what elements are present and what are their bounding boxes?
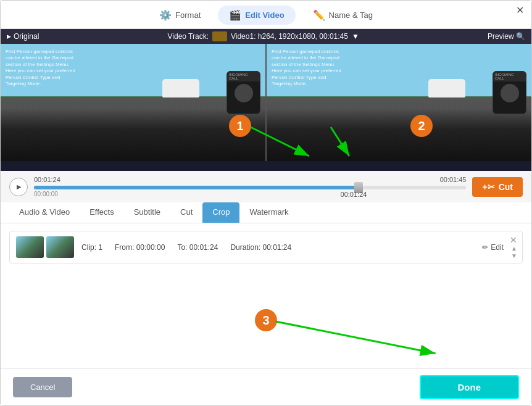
incoming-call-avatar-left bbox=[235, 84, 253, 102]
clip-thumbnails bbox=[16, 236, 74, 258]
clip-thumb-1 bbox=[16, 236, 44, 258]
incoming-call-header-right: INCOMING CALL bbox=[493, 72, 526, 81]
svg-line-5 bbox=[276, 321, 436, 354]
video-header: Original Video Track: Video1: h264, 1920… bbox=[1, 29, 531, 44]
video-track-thumbnail bbox=[212, 31, 227, 41]
time-labels-top: 00:01:24 00:01:45 bbox=[34, 176, 466, 183]
timeline-marker: 00:01:24 bbox=[341, 191, 367, 198]
video-info-text: Video1: h264, 1920x1080, 00:01:45 bbox=[231, 32, 348, 41]
annotation-1: 1 bbox=[229, 115, 251, 137]
video-track-label: Video Track: bbox=[168, 32, 209, 41]
annotation-3: 3 bbox=[255, 309, 277, 331]
sub-tab-cut[interactable]: Cut bbox=[170, 202, 202, 223]
tab-name-tag[interactable]: ✏️ Name & Tag bbox=[302, 6, 384, 25]
timeline-container: 00:01:24 00:01:45 00:01:24 00:00:00 bbox=[34, 176, 466, 197]
timeline-track[interactable]: 00:01:24 bbox=[34, 186, 466, 189]
time-total: 00:01:45 bbox=[440, 176, 467, 183]
clip-arrows: ▲ ▼ bbox=[511, 246, 517, 259]
clip-duration: Duration: 00:01:24 bbox=[230, 243, 291, 252]
tab-format-label: Format bbox=[175, 10, 201, 20]
clip-thumb-2 bbox=[46, 236, 74, 258]
cancel-button[interactable]: Cancel bbox=[13, 377, 72, 397]
annotation-2: 2 bbox=[410, 115, 433, 137]
incoming-call-right: INCOMING CALL bbox=[493, 71, 526, 114]
video-track-dropdown-icon[interactable]: ▼ bbox=[352, 32, 359, 41]
video-frames: First Person gamepad controls can be alt… bbox=[1, 44, 531, 161]
game-text-right: First Person gamepad controls can be alt… bbox=[272, 49, 346, 87]
edit-video-icon: 🎬 bbox=[229, 9, 241, 21]
cut-label: Cut bbox=[499, 182, 513, 192]
clip-edit-label: Edit bbox=[491, 243, 504, 252]
clip-to: To: 00:01:24 bbox=[177, 243, 218, 252]
video-frame-right: First Person gamepad controls can be alt… bbox=[267, 44, 531, 161]
close-button[interactable]: ✕ bbox=[516, 4, 524, 16]
play-icon: ▶ bbox=[17, 183, 22, 190]
video-section: Original Video Track: Video1: h264, 1920… bbox=[1, 29, 531, 171]
car-left bbox=[162, 79, 199, 97]
clip-from: From: 00:00:00 bbox=[115, 243, 165, 252]
sub-tab-subtitle[interactable]: Subtitle bbox=[124, 202, 170, 223]
clip-label: Clip: 1 bbox=[81, 243, 102, 252]
game-scene-left: First Person gamepad controls can be alt… bbox=[1, 44, 265, 161]
moto-dash-left bbox=[1, 109, 265, 162]
time-labels-bottom: 00:00:00 bbox=[34, 191, 466, 197]
content-area: Clip: 1 From: 00:00:00 To: 00:01:24 Dura… bbox=[1, 223, 531, 368]
incoming-call-header-left: INCOMING CALL bbox=[227, 72, 260, 81]
play-button[interactable]: ▶ bbox=[9, 178, 28, 196]
sub-tab-effects[interactable]: Effects bbox=[80, 202, 124, 223]
clip-edit-icon: ✏ bbox=[482, 243, 488, 252]
clip-row: Clip: 1 From: 00:00:00 To: 00:01:24 Dura… bbox=[9, 231, 523, 263]
clip-close-button[interactable]: ✕ bbox=[510, 235, 517, 245]
time-current: 00:01:24 bbox=[34, 176, 60, 183]
clip-arrow-down[interactable]: ▼ bbox=[511, 253, 517, 259]
video-frame-left: First Person gamepad controls can be alt… bbox=[1, 44, 267, 161]
top-tab-bar: ⚙️ Format 🎬 Edit Video ✏️ Name & Tag bbox=[1, 1, 531, 29]
incoming-call-avatar-right bbox=[501, 84, 519, 102]
car-right bbox=[428, 79, 465, 97]
timeline-progress bbox=[34, 186, 362, 189]
moto-dash-right bbox=[267, 109, 531, 162]
original-label: Original bbox=[7, 32, 39, 41]
video-track-info: Video Track: Video1: h264, 1920x1080, 00… bbox=[168, 31, 359, 41]
name-tag-icon: ✏️ bbox=[313, 9, 325, 21]
game-text-left: First Person gamepad controls can be alt… bbox=[6, 49, 80, 87]
sub-tab-watermark[interactable]: Watermark bbox=[239, 202, 298, 223]
bottom-bar: Cancel Done bbox=[1, 368, 531, 405]
clip-info: Clip: 1 From: 00:00:00 To: 00:01:24 Dura… bbox=[81, 243, 482, 252]
tab-format[interactable]: ⚙️ Format bbox=[148, 6, 212, 25]
tab-edit-video[interactable]: 🎬 Edit Video bbox=[218, 6, 295, 25]
tab-edit-video-label: Edit Video bbox=[245, 10, 284, 20]
cut-button[interactable]: +✂ Cut bbox=[472, 177, 523, 197]
tab-name-tag-label: Name & Tag bbox=[329, 10, 373, 20]
main-window: ✕ ⚙️ Format 🎬 Edit Video ✏️ Name & Tag O… bbox=[0, 0, 532, 406]
sub-tab-crop[interactable]: Crop bbox=[202, 202, 239, 223]
preview-label: Preview 🔍 bbox=[488, 32, 525, 41]
clip-arrow-up[interactable]: ▲ bbox=[511, 246, 517, 252]
incoming-call-left: INCOMING CALL bbox=[227, 71, 260, 114]
timeline-section: ▶ 00:01:24 00:01:45 00:01:24 00:00:00 +✂… bbox=[1, 171, 531, 202]
sub-tab-bar: Audio & Video Effects Subtitle Cut Crop … bbox=[1, 202, 531, 223]
cut-icon: +✂ bbox=[482, 182, 494, 192]
game-scene-right: First Person gamepad controls can be alt… bbox=[267, 44, 531, 161]
done-button[interactable]: Done bbox=[420, 375, 520, 399]
sub-tab-audio-video[interactable]: Audio & Video bbox=[9, 202, 80, 223]
clip-edit-button[interactable]: ✏ Edit bbox=[482, 243, 504, 252]
time-start: 00:00:00 bbox=[34, 191, 58, 197]
format-icon: ⚙️ bbox=[159, 9, 172, 21]
